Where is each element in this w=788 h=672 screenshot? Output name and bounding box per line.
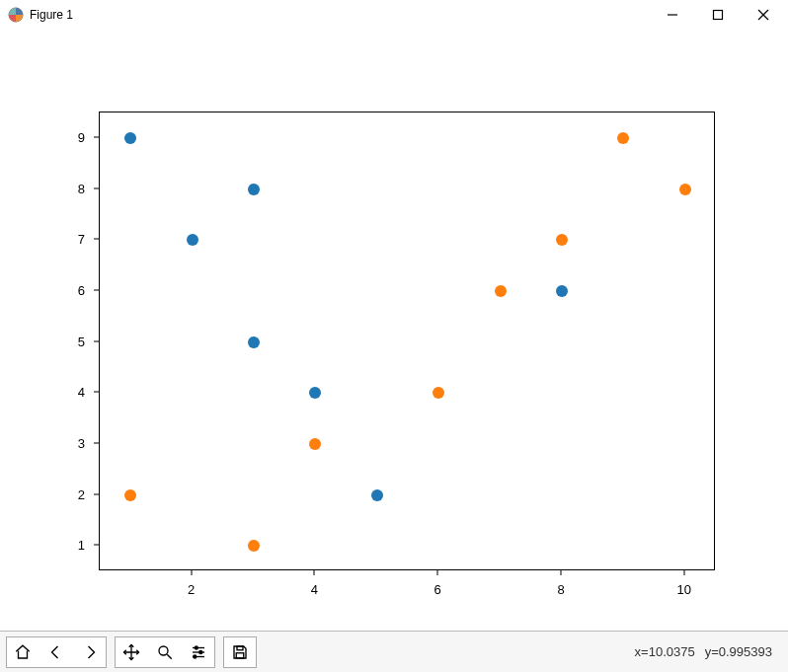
window-title-bar: Figure 1: [0, 0, 788, 30]
y-tick-label: 4: [78, 385, 85, 400]
pan-button[interactable]: [116, 637, 147, 667]
home-button[interactable]: [7, 637, 39, 667]
app-icon: [8, 7, 24, 23]
y-tick-label: 6: [78, 282, 85, 297]
svg-rect-2: [714, 11, 723, 20]
scatter-point: [617, 132, 629, 144]
cursor-coord-y: y=0.995393: [705, 644, 772, 659]
y-tick-label: 5: [78, 334, 85, 348]
svg-line-6: [167, 654, 172, 659]
scatter-point: [309, 438, 321, 450]
scatter-point: [248, 540, 260, 552]
y-tick-label: 7: [78, 232, 85, 247]
zoom-button[interactable]: [149, 637, 181, 667]
close-button[interactable]: [741, 0, 786, 30]
cursor-coord-x: x=10.0375: [635, 644, 695, 659]
minimize-button[interactable]: [650, 0, 695, 30]
figure-canvas[interactable]: 246810123456789: [0, 30, 788, 631]
x-tick-label: 10: [677, 582, 691, 597]
y-tick-label: 8: [78, 181, 85, 195]
x-tick-label: 8: [557, 582, 564, 597]
scatter-point: [248, 336, 260, 348]
y-tick-label: 9: [78, 129, 85, 144]
x-tick-label: 2: [188, 582, 195, 597]
scatter-point: [309, 387, 321, 399]
scatter-point: [248, 184, 260, 195]
scatter-point: [124, 132, 136, 144]
y-tick-label: 2: [78, 486, 85, 501]
nav-toolbar: x=10.0375 y=0.995393: [0, 631, 788, 672]
svg-rect-13: [237, 646, 243, 650]
scatter-point: [433, 387, 444, 399]
plot-axes: [99, 112, 715, 570]
scatter-point: [679, 184, 691, 195]
window-title: Figure 1: [30, 8, 73, 22]
y-tick-label: 3: [78, 435, 85, 450]
scatter-point: [556, 234, 568, 246]
configure-subplots-button[interactable]: [183, 637, 214, 667]
maximize-button[interactable]: [695, 0, 741, 30]
forward-button[interactable]: [74, 637, 106, 667]
scatter-point: [556, 285, 568, 297]
x-tick-label: 4: [311, 582, 318, 597]
scatter-point: [495, 285, 507, 297]
svg-point-5: [159, 646, 168, 655]
svg-rect-14: [236, 652, 244, 657]
scatter-point: [187, 234, 198, 246]
save-button[interactable]: [224, 637, 256, 667]
svg-point-12: [194, 655, 197, 658]
back-button[interactable]: [40, 637, 72, 667]
y-tick-label: 1: [78, 538, 85, 553]
svg-point-10: [195, 646, 197, 649]
scatter-point: [124, 489, 136, 501]
scatter-point: [371, 489, 383, 501]
svg-point-11: [199, 650, 202, 653]
x-tick-label: 6: [434, 582, 441, 597]
